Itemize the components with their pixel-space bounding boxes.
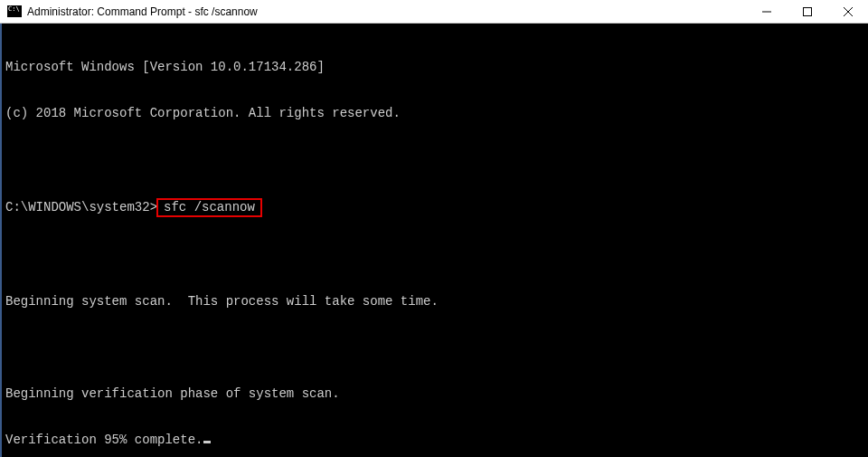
progress-text: Verification 95% complete. (5, 433, 203, 448)
command-prompt-window: Administrator: Command Prompt - sfc /sca… (0, 0, 868, 457)
close-button[interactable] (827, 1, 868, 23)
output-line: Microsoft Windows [Version 10.0.17134.28… (5, 60, 864, 75)
command-text: sfc /scannow (164, 200, 255, 214)
titlebar[interactable]: Administrator: Command Prompt - sfc /sca… (0, 0, 868, 24)
svg-rect-1 (803, 7, 811, 15)
prompt-text: C:\WINDOWS\system32> (5, 200, 157, 215)
output-line: Beginning verification phase of system s… (5, 386, 864, 402)
maximize-button[interactable] (787, 1, 827, 23)
output-line: (c) 2018 Microsoft Corporation. All righ… (5, 106, 864, 121)
minimize-button[interactable] (746, 1, 787, 23)
blank-line (5, 248, 864, 263)
output-line: Verification 95% complete. (5, 433, 864, 448)
prompt-line: C:\WINDOWS\system32>sfc /scannow (5, 198, 864, 217)
blank-line (5, 152, 864, 167)
command-prompt-icon (7, 5, 22, 17)
console-area[interactable]: Microsoft Windows [Version 10.0.17134.28… (0, 24, 868, 457)
window-controls (746, 1, 868, 23)
cursor (203, 441, 211, 443)
command-highlight: sfc /scannow (156, 198, 262, 217)
window-title: Administrator: Command Prompt - sfc /sca… (27, 5, 746, 18)
output-line: Beginning system scan. This process will… (5, 294, 864, 309)
blank-line (5, 340, 864, 356)
